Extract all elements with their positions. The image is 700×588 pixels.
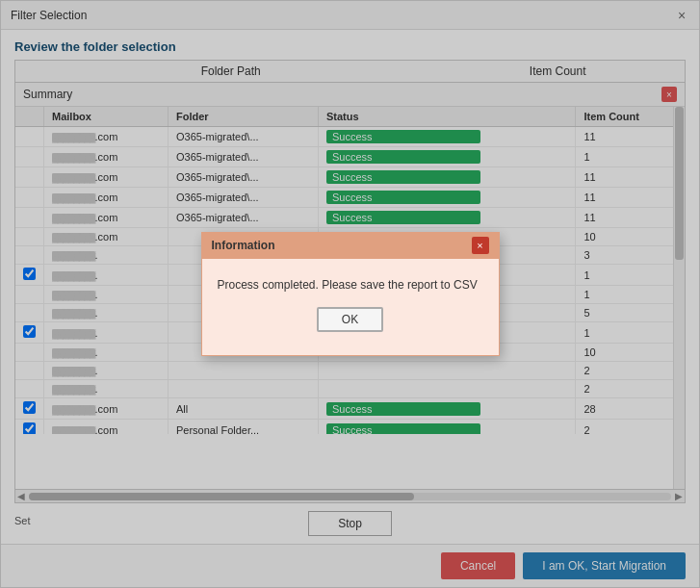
modal-title-bar: Information × <box>202 232 499 259</box>
modal-footer: OK <box>218 307 483 345</box>
modal-close-button[interactable]: × <box>472 237 489 254</box>
modal-overlay: Information × Process completed. Please … <box>1 1 699 587</box>
ok-button[interactable]: OK <box>317 307 383 332</box>
main-window: Filter Selection × Review the folder sel… <box>0 0 700 588</box>
modal-title: Information <box>212 239 275 252</box>
modal-body: Process completed. Please save the repor… <box>202 259 499 355</box>
modal-message: Process completed. Please save the repor… <box>218 278 483 292</box>
information-dialog: Information × Process completed. Please … <box>201 232 500 356</box>
